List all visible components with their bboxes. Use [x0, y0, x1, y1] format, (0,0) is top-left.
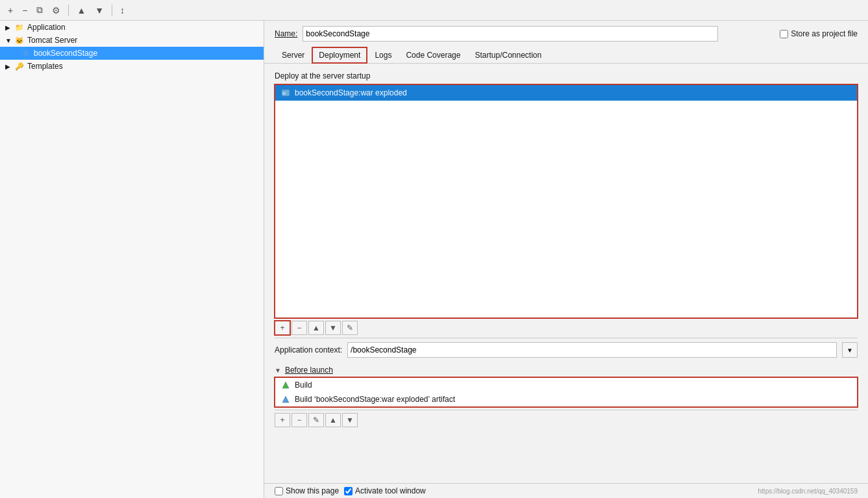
copy-config-button[interactable]: ⧉ [34, 3, 45, 17]
left-panel: ▶ 📁 Application ▼ 🐱 Tomcat Server ⚙ book… [0, 21, 264, 498]
content-area: Deploy at the server startup W bookSecon… [264, 64, 868, 483]
activate-tool-checkbox[interactable] [344, 487, 353, 495]
bl-item-artifact-label: Build ‘bookSecondStage:war exploded’ art… [295, 395, 455, 404]
bottom-bar: Show this page Activate tool window http… [264, 483, 868, 498]
application-label: Application [27, 23, 66, 32]
right-panel: Name: Store as project file Server Deplo… [264, 21, 868, 498]
toolbar-separator-1 [68, 5, 69, 16]
tomcat-icon: 🐱 [14, 35, 25, 45]
watermark: https://blog.csdn.net/qq_40340159 [758, 488, 858, 495]
main-layout: ▶ 📁 Application ▼ 🐱 Tomcat Server ⚙ book… [0, 21, 868, 498]
show-page-checkbox[interactable] [275, 487, 283, 495]
tree-item-tomcat[interactable]: ▼ 🐱 Tomcat Server [0, 34, 264, 47]
app-context-label: Application context: [275, 345, 342, 355]
deploy-area: W bookSecondStage:war exploded [275, 84, 858, 318]
tree-item-config[interactable]: ⚙ bookSecondStage [0, 47, 264, 60]
deployment-item-war[interactable]: W bookSecondStage:war exploded [275, 85, 857, 101]
tab-code-coverage[interactable]: Code Coverage [399, 47, 467, 64]
move-up-button[interactable]: ▲ [74, 4, 88, 17]
before-launch-list: Build Build ‘bookSecondStage:war explode… [275, 377, 858, 407]
toolbar-separator-2 [112, 5, 112, 16]
toolbar: + − ⧉ ⚙ ▲ ▼ ↕ [0, 0, 868, 21]
arrow-templates: ▶ [5, 63, 13, 70]
war-icon: W [280, 88, 291, 98]
bl-toolbar: + − ✎ ▲ ▼ [275, 410, 858, 430]
arrow-application: ▶ [5, 24, 13, 31]
deploy-section-title: Deploy at the server startup [275, 71, 858, 81]
store-checkbox[interactable] [780, 30, 788, 38]
move-down-button[interactable]: ▼ [92, 4, 106, 17]
deploy-up-button[interactable]: ▲ [308, 321, 324, 335]
deploy-edit-button[interactable]: ✎ [342, 321, 358, 335]
app-context-input[interactable] [347, 342, 837, 358]
deploy-remove-button[interactable]: − [291, 321, 307, 335]
tab-startup-connection[interactable]: Startup/Connection [467, 47, 549, 64]
tomcat-label: Tomcat Server [27, 36, 77, 45]
activate-tool-label: Activate tool window [344, 486, 426, 495]
bl-down-button[interactable]: ▼ [342, 413, 358, 427]
config-icon: ⚙ [21, 48, 31, 58]
templates-label: Templates [27, 62, 63, 71]
settings-button[interactable]: ⚙ [49, 4, 63, 17]
deploy-add-button[interactable]: + [275, 321, 290, 335]
arrow-tomcat: ▼ [5, 37, 13, 44]
svg-marker-2 [282, 382, 289, 388]
name-input[interactable] [303, 26, 718, 42]
app-context-dropdown-button[interactable]: ▼ [842, 342, 858, 358]
bl-item-build-label: Build [295, 380, 312, 390]
config-label: bookSecondStage [34, 49, 97, 58]
tree-item-templates[interactable]: ▶ 🔑 Templates [0, 60, 264, 73]
name-label: Name: [275, 29, 297, 38]
app-context-row: Application context: ▼ [275, 338, 858, 362]
svg-marker-3 [282, 396, 289, 403]
tree-item-application[interactable]: ▶ 📁 Application [0, 21, 264, 34]
sort-button[interactable]: ↕ [118, 4, 127, 17]
bl-item-build-artifact[interactable]: Build ‘bookSecondStage:war exploded’ art… [275, 392, 857, 406]
application-folder-icon: 📁 [14, 22, 25, 32]
bl-item-build[interactable]: Build [275, 378, 857, 392]
build-icon [280, 380, 291, 390]
tab-server[interactable]: Server [275, 47, 312, 64]
tab-deployment[interactable]: Deployment [312, 47, 367, 64]
bl-edit-button[interactable]: ✎ [308, 413, 324, 427]
tab-logs[interactable]: Logs [367, 47, 399, 64]
name-row: Name: Store as project file [264, 21, 868, 47]
mini-toolbar: + − ▲ ▼ ✎ [275, 318, 858, 338]
before-launch-label: Before launch [285, 366, 333, 375]
bl-remove-button[interactable]: − [291, 413, 307, 427]
bl-add-button[interactable]: + [275, 413, 290, 427]
before-launch-header[interactable]: ▼ Before launch [275, 362, 858, 377]
remove-config-button[interactable]: − [19, 4, 30, 17]
store-checkbox-label: Store as project file [780, 29, 858, 38]
bl-up-button[interactable]: ▲ [325, 413, 341, 427]
before-launch-arrow: ▼ [275, 367, 281, 374]
svg-text:W: W [282, 92, 286, 95]
build-artifact-icon [280, 394, 291, 405]
add-config-button[interactable]: + [5, 4, 16, 17]
deployment-item-label: bookSecondStage:war exploded [295, 88, 407, 97]
tabs-bar: Server Deployment Logs Code Coverage Sta… [264, 47, 868, 64]
deploy-down-button[interactable]: ▼ [325, 321, 341, 335]
show-page-label: Show this page [275, 486, 339, 495]
templates-icon: 🔑 [14, 61, 25, 71]
